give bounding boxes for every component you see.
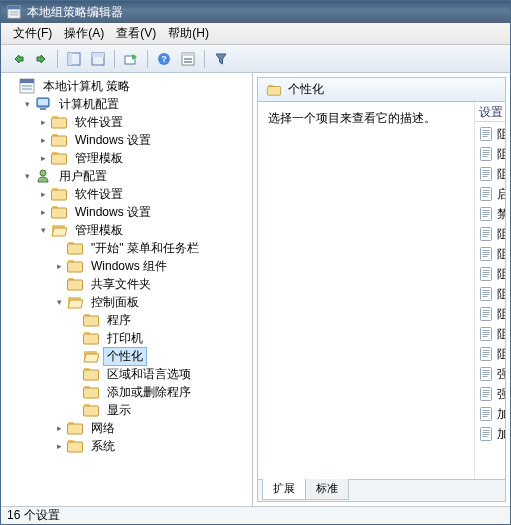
tree-label: 显示 bbox=[103, 401, 135, 420]
tree-wincomponents[interactable]: ▸Windows 组件 bbox=[51, 257, 252, 275]
tree-printers[interactable]: 打印机 bbox=[67, 329, 252, 347]
collapse-icon[interactable]: ▾ bbox=[21, 98, 33, 110]
policy-label: 禁 bbox=[497, 206, 505, 223]
policy-item[interactable]: 阻 bbox=[475, 284, 505, 304]
back-button[interactable] bbox=[6, 48, 28, 70]
export-button[interactable] bbox=[120, 48, 142, 70]
tree-label: 区域和语言选项 bbox=[103, 365, 195, 384]
tree-control-panel[interactable]: ▾ 控制面板 bbox=[51, 293, 252, 311]
policy-label: 阻 bbox=[497, 246, 505, 263]
expand-icon[interactable]: ▸ bbox=[37, 134, 49, 146]
policy-item[interactable]: 阻 bbox=[475, 224, 505, 244]
policy-item[interactable]: 阻 bbox=[475, 124, 505, 144]
properties-icon bbox=[181, 52, 195, 66]
expand-icon[interactable]: ▸ bbox=[37, 116, 49, 128]
policy-item[interactable]: 禁 bbox=[475, 204, 505, 224]
policy-icon bbox=[479, 407, 493, 421]
tree-system[interactable]: ▸系统 bbox=[51, 437, 252, 455]
policy-item[interactable]: 阻 bbox=[475, 344, 505, 364]
filter-button[interactable] bbox=[210, 48, 232, 70]
tree-startmenu[interactable]: "开始" 菜单和任务栏 bbox=[51, 239, 252, 257]
tree-regional[interactable]: 区域和语言选项 bbox=[67, 365, 252, 383]
policy-icon bbox=[479, 427, 493, 441]
expand-icon[interactable]: ▸ bbox=[53, 260, 65, 272]
expand-icon[interactable]: ▸ bbox=[37, 188, 49, 200]
policy-item[interactable]: 加 bbox=[475, 404, 505, 424]
policy-label: 启 bbox=[497, 186, 505, 203]
policy-item[interactable]: 强 bbox=[475, 384, 505, 404]
window-title: 本地组策略编辑器 bbox=[27, 4, 123, 21]
tree-computer-config[interactable]: ▾ 计算机配置 bbox=[19, 95, 252, 113]
folder-icon bbox=[83, 330, 99, 346]
folder-icon bbox=[67, 438, 83, 454]
policy-icon bbox=[479, 127, 493, 141]
policy-icon bbox=[479, 187, 493, 201]
pane-top-button[interactable] bbox=[87, 48, 109, 70]
tree-display[interactable]: 显示 bbox=[67, 401, 252, 419]
pane-left-button[interactable] bbox=[63, 48, 85, 70]
tree-label: 程序 bbox=[103, 311, 135, 330]
export-icon bbox=[124, 52, 138, 66]
tree-shared-folders[interactable]: 共享文件夹 bbox=[51, 275, 252, 293]
tree-user-software[interactable]: ▸软件设置 bbox=[35, 185, 252, 203]
tree-programs[interactable]: 程序 bbox=[67, 311, 252, 329]
policy-item[interactable]: 阻 bbox=[475, 264, 505, 284]
tree-computer-templates[interactable]: ▸管理模板 bbox=[35, 149, 252, 167]
policy-icon bbox=[479, 367, 493, 381]
menu-file[interactable]: 文件(F) bbox=[7, 23, 58, 44]
policy-icon bbox=[479, 327, 493, 341]
policy-list[interactable]: 阻阻阻启禁阻阻阻阻阻阻阻强强加加 bbox=[475, 122, 505, 444]
settings-header[interactable]: 设置 bbox=[475, 102, 505, 122]
menu-help[interactable]: 帮助(H) bbox=[162, 23, 215, 44]
tree-computer-windows[interactable]: ▸Windows 设置 bbox=[35, 131, 252, 149]
status-bar: 16 个设置 bbox=[1, 506, 510, 524]
forward-icon bbox=[34, 52, 48, 66]
collapse-icon[interactable]: ▾ bbox=[21, 170, 33, 182]
expand-icon[interactable]: ▸ bbox=[53, 422, 65, 434]
policy-item[interactable]: 启 bbox=[475, 184, 505, 204]
tree-user-templates[interactable]: ▾ 管理模板 bbox=[35, 221, 252, 239]
forward-button[interactable] bbox=[30, 48, 52, 70]
tree-user-config[interactable]: ▾ 用户配置 bbox=[19, 167, 252, 185]
policy-item[interactable]: 强 bbox=[475, 364, 505, 384]
tree-computer-software[interactable]: ▸软件设置 bbox=[35, 113, 252, 131]
toolbar bbox=[1, 45, 510, 73]
expand-icon[interactable]: ▸ bbox=[53, 440, 65, 452]
user-icon bbox=[35, 168, 51, 184]
folder-open-icon bbox=[83, 348, 99, 364]
tree-addremove[interactable]: 添加或删除程序 bbox=[67, 383, 252, 401]
details-tabs: 扩展 标准 bbox=[258, 479, 505, 501]
pane-left-icon bbox=[67, 52, 81, 66]
tree-pane[interactable]: 本地计算机 策略 ▾ 计算机配置 ▸软件设置 ▸Windows 设置 ▸管理模板 bbox=[1, 73, 253, 506]
tree-user-windows[interactable]: ▸Windows 设置 bbox=[35, 203, 252, 221]
help-button[interactable] bbox=[153, 48, 175, 70]
policy-item[interactable]: 加 bbox=[475, 424, 505, 444]
details-title: 个性化 bbox=[288, 81, 324, 98]
menu-view[interactable]: 查看(V) bbox=[110, 23, 162, 44]
collapse-icon[interactable]: ▾ bbox=[37, 224, 49, 236]
expand-icon[interactable]: ▸ bbox=[37, 152, 49, 164]
tree-label: Windows 设置 bbox=[71, 131, 155, 150]
policy-item[interactable]: 阻 bbox=[475, 304, 505, 324]
collapse-icon[interactable]: ▾ bbox=[53, 296, 65, 308]
app-icon bbox=[7, 5, 21, 19]
folder-icon bbox=[67, 240, 83, 256]
properties-button[interactable] bbox=[177, 48, 199, 70]
tree-root[interactable]: 本地计算机 策略 bbox=[3, 77, 252, 95]
policy-item[interactable]: 阻 bbox=[475, 164, 505, 184]
policy-item[interactable]: 阻 bbox=[475, 324, 505, 344]
tab-standard[interactable]: 标准 bbox=[305, 479, 349, 500]
policy-item[interactable]: 阻 bbox=[475, 144, 505, 164]
policy-icon bbox=[479, 347, 493, 361]
tree-network[interactable]: ▸网络 bbox=[51, 419, 252, 437]
tree-personalization[interactable]: 个性化 bbox=[67, 347, 252, 365]
expand-icon[interactable]: ▸ bbox=[37, 206, 49, 218]
policy-item[interactable]: 阻 bbox=[475, 244, 505, 264]
tree-label: 用户配置 bbox=[55, 167, 111, 186]
folder-icon bbox=[51, 132, 67, 148]
tree-label: 软件设置 bbox=[71, 113, 127, 132]
policy-icon bbox=[479, 147, 493, 161]
tab-extended[interactable]: 扩展 bbox=[262, 479, 306, 500]
menu-action[interactable]: 操作(A) bbox=[58, 23, 110, 44]
folder-icon bbox=[83, 384, 99, 400]
